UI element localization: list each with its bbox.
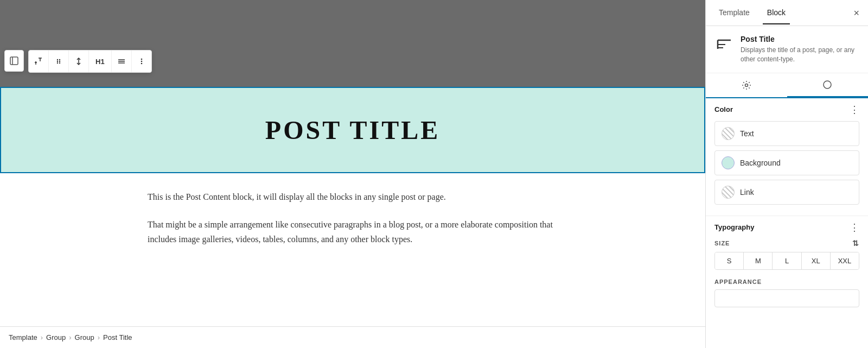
appearance-header: APPEARANCE xyxy=(714,279,859,285)
background-color-label: Background xyxy=(740,159,781,167)
svg-point-16 xyxy=(141,61,142,62)
svg-point-10 xyxy=(57,62,58,64)
link-color-label: Link xyxy=(740,188,754,197)
content-paragraph-1: This is the Post Content block, it will … xyxy=(148,189,558,204)
size-label: SIZE xyxy=(714,240,730,246)
content-paragraph-2: That might be a simple arrangement like … xyxy=(148,217,558,246)
post-title-block-icon xyxy=(716,36,733,53)
svg-point-23 xyxy=(824,81,831,88)
move-up-down-button[interactable] xyxy=(69,50,89,72)
appearance-input[interactable] xyxy=(714,289,859,307)
transform-icon xyxy=(34,57,43,66)
svg-point-15 xyxy=(141,59,142,60)
align-button[interactable] xyxy=(112,50,132,72)
svg-point-22 xyxy=(745,84,748,86)
typography-section-header: Typography ⋮ xyxy=(714,223,859,232)
background-color-option[interactable]: Background xyxy=(714,150,859,175)
tab-template[interactable]: Template xyxy=(714,2,754,24)
block-toolbar: H1 xyxy=(28,50,152,73)
color-section-header: Color ⋮ xyxy=(714,105,859,115)
post-content-area: This is the Post Content block, it will … xyxy=(0,173,705,326)
typography-section: Typography ⋮ SIZE ⇅ S M L XL XXL APPEARA… xyxy=(706,216,868,314)
svg-rect-0 xyxy=(10,57,18,65)
block-description: Displays the title of a post, page, or a… xyxy=(741,46,859,64)
breadcrumb: Template › Group › Group › Post Title xyxy=(0,326,705,348)
canvas-area: H1 P xyxy=(0,0,705,348)
link-color-option[interactable]: Link xyxy=(714,180,859,205)
gear-icon xyxy=(741,80,752,91)
size-buttons: S M L XL XXL xyxy=(714,252,859,270)
close-button[interactable]: × xyxy=(853,8,859,18)
breadcrumb-group-1[interactable]: Group xyxy=(46,333,66,341)
layout-icon xyxy=(10,56,18,65)
background-color-swatch xyxy=(722,156,735,169)
size-xxl-button[interactable]: XXL xyxy=(831,252,859,269)
breadcrumb-sep-2: › xyxy=(69,333,71,341)
panel-body: Color ⋮ Text Background Link xyxy=(706,98,868,348)
tab-block[interactable]: Block xyxy=(763,2,790,24)
svg-point-11 xyxy=(59,62,60,64)
post-title-block[interactable]: POST TITLE xyxy=(0,87,705,173)
block-title: Post Title xyxy=(741,35,859,43)
size-adjust-icon[interactable]: ⇅ xyxy=(852,239,859,248)
color-section: Color ⋮ Text Background Link xyxy=(706,98,868,216)
half-circle-icon xyxy=(822,79,833,90)
breadcrumb-sep-1: › xyxy=(41,333,43,341)
styles-tab[interactable] xyxy=(787,73,869,97)
style-tabs xyxy=(706,73,868,98)
right-panel: Template Block × Post Title Displays the… xyxy=(705,0,868,348)
block-info-text: Post Title Displays the title of a post,… xyxy=(741,35,859,64)
drag-icon xyxy=(54,57,63,66)
panel-header: Template Block × xyxy=(706,0,868,26)
move-arrows-icon xyxy=(74,57,83,66)
heading-level-button[interactable]: H1 xyxy=(89,50,112,72)
transform-button[interactable] xyxy=(29,50,49,72)
text-color-swatch xyxy=(722,127,735,140)
svg-point-17 xyxy=(141,63,142,65)
size-m-button[interactable]: M xyxy=(744,252,773,269)
size-s-button[interactable]: S xyxy=(715,252,744,269)
size-header: SIZE ⇅ xyxy=(714,239,859,248)
canvas-header-bg: H1 xyxy=(0,0,705,87)
text-color-option[interactable]: Text xyxy=(714,121,859,146)
align-icon xyxy=(117,57,126,66)
settings-tab[interactable] xyxy=(706,73,787,97)
drag-button[interactable] xyxy=(49,50,69,72)
main-layout: H1 P xyxy=(0,0,868,348)
svg-point-6 xyxy=(57,59,58,60)
color-section-title: Color xyxy=(714,105,733,113)
size-xl-button[interactable]: XL xyxy=(802,252,831,269)
breadcrumb-group-2[interactable]: Group xyxy=(75,333,94,341)
typography-section-title: Typography xyxy=(714,223,754,231)
breadcrumb-post-title[interactable]: Post Title xyxy=(103,333,132,341)
svg-point-8 xyxy=(57,61,58,62)
typography-more-button[interactable]: ⋮ xyxy=(850,223,859,232)
size-l-button[interactable]: L xyxy=(773,252,801,269)
svg-point-7 xyxy=(59,59,60,60)
more-options-button[interactable] xyxy=(132,50,151,72)
block-info: Post Title Displays the title of a post,… xyxy=(706,26,868,73)
color-more-button[interactable]: ⋮ xyxy=(850,105,859,115)
text-color-label: Text xyxy=(740,129,754,138)
breadcrumb-template[interactable]: Template xyxy=(9,333,37,341)
svg-point-9 xyxy=(59,61,60,62)
link-color-swatch xyxy=(722,186,735,199)
ellipsis-vertical-icon xyxy=(137,57,146,66)
breadcrumb-sep-3: › xyxy=(98,333,100,341)
post-title-text: POST TITLE xyxy=(12,115,693,145)
sidebar-toggle-button[interactable] xyxy=(4,50,24,72)
post-title-icon xyxy=(714,35,734,54)
